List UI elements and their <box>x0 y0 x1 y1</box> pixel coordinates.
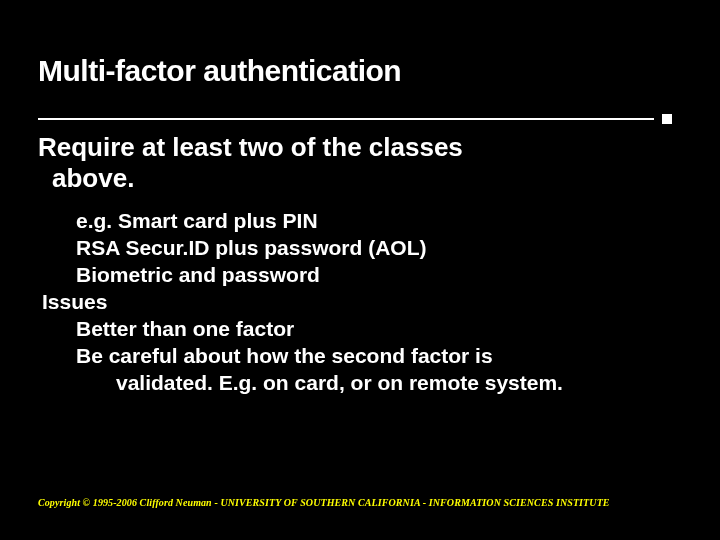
example-line-3: Biometric and password <box>38 262 692 289</box>
title-underline <box>38 118 654 120</box>
copyright-footer: Copyright © 1995-2006 Clifford Neuman - … <box>38 497 610 508</box>
issue-line-2b: validated. E.g. on card, or on remote sy… <box>38 370 692 397</box>
example-line-1: e.g. Smart card plus PIN <box>38 208 692 235</box>
slide-body: Require at least two of the classes abov… <box>38 132 692 397</box>
heading-line-1: Require at least two of the classes <box>38 132 463 162</box>
issue-line-1: Better than one factor <box>38 316 692 343</box>
slide: Multi-factor authentication Require at l… <box>0 0 720 540</box>
heading-line-2: above. <box>38 163 692 194</box>
slide-title: Multi-factor authentication <box>38 54 682 88</box>
issues-heading: Issues <box>38 289 692 316</box>
body-heading: Require at least two of the classes abov… <box>38 132 692 194</box>
example-line-2: RSA Secur.ID plus password (AOL) <box>38 235 692 262</box>
issue-line-2a: Be careful about how the second factor i… <box>38 343 692 370</box>
